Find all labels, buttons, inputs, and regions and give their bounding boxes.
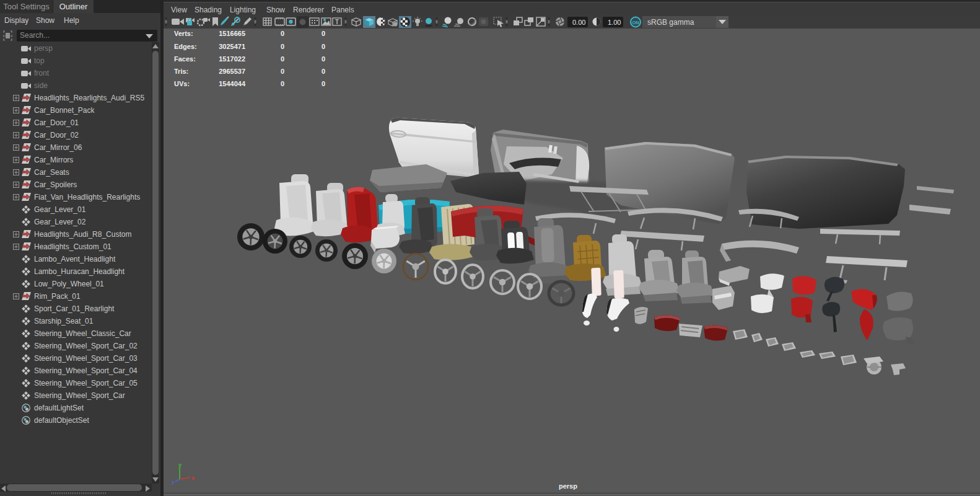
svg-text:1.00: 1.00 — [608, 19, 621, 26]
svg-text:y: y — [178, 463, 182, 468]
svg-text:T: T — [335, 19, 339, 25]
svg-text:0.00: 0.00 — [572, 19, 585, 26]
svg-text:z: z — [172, 479, 175, 485]
svg-text:sRGB gamma: sRGB gamma — [647, 18, 694, 27]
svg-text:x: x — [191, 475, 195, 481]
svg-text:ON: ON — [632, 20, 639, 25]
